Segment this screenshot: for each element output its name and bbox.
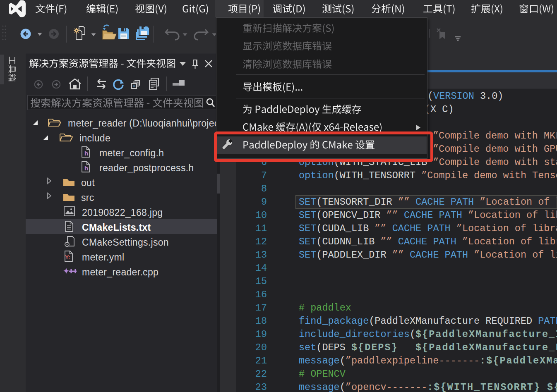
- svg-text:Y:: Y:: [65, 254, 70, 261]
- svg-text:h: h: [84, 150, 88, 157]
- svg-text:h: h: [84, 165, 88, 172]
